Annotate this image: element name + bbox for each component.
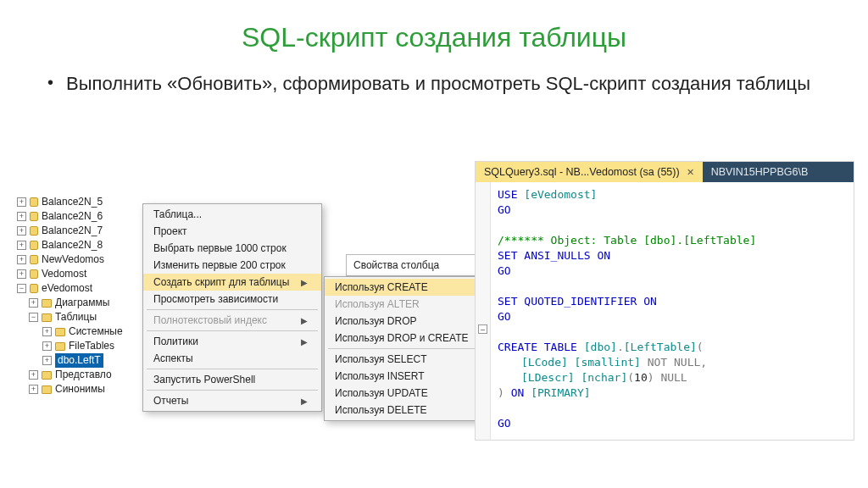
- code-gutter: [476, 182, 491, 440]
- database-icon: [30, 255, 38, 264]
- menu-separator: [147, 369, 318, 369]
- database-icon: [30, 284, 38, 293]
- tree-node-db[interactable]: +Balance2N_6: [15, 209, 125, 224]
- chevron-right-icon: ▶: [301, 278, 308, 287]
- menu-separator: [328, 348, 497, 349]
- tab-inactive[interactable]: NBVIN15HPPBG6\B: [703, 162, 854, 182]
- menu-item-facets[interactable]: Аспекты: [143, 350, 321, 367]
- collapse-icon[interactable]: −: [17, 284, 26, 293]
- tree-node-db[interactable]: +Balance2N_8: [15, 238, 125, 252]
- collapse-icon[interactable]: −: [29, 313, 38, 322]
- menu-item-select-top[interactable]: Выбрать первые 1000 строк: [143, 240, 321, 257]
- sql-editor[interactable]: SQLQuery3.sql - NB...Vedomost (sa (55))✕…: [475, 161, 854, 441]
- menu-separator: [147, 309, 318, 310]
- tree-node-folder[interactable]: +FileTables: [15, 339, 125, 353]
- database-icon: [30, 226, 38, 236]
- tree-node-folder[interactable]: +Системные: [15, 324, 125, 339]
- code-area[interactable]: − USE [eVedomost] GO /****** Object: Tab…: [476, 182, 854, 440]
- database-icon: [30, 197, 38, 207]
- folder-icon: [42, 371, 52, 380]
- expand-icon[interactable]: +: [17, 212, 26, 221]
- menu-item-powershell[interactable]: Запустить PowerShell: [143, 371, 321, 388]
- folder-icon: [55, 328, 65, 336]
- chevron-right-icon: ▶: [301, 316, 308, 325]
- fold-icon[interactable]: −: [478, 324, 487, 334]
- chevron-right-icon: ▶: [301, 337, 308, 347]
- menu-item-new-table[interactable]: Таблица...: [143, 206, 321, 223]
- expand-icon[interactable]: +: [17, 241, 26, 250]
- folder-icon: [42, 299, 52, 308]
- editor-tabs[interactable]: SQLQuery3.sql - NB...Vedomost (sa (55))✕…: [476, 162, 854, 182]
- folder-icon: [55, 342, 65, 351]
- menu-separator: [147, 330, 318, 331]
- chevron-right-icon: ▶: [301, 396, 308, 406]
- tree-node-db[interactable]: +Vedomost: [15, 267, 125, 281]
- database-icon: [30, 212, 38, 221]
- tree-node-folder[interactable]: +Синонимы: [15, 382, 125, 396]
- object-explorer-tree[interactable]: +Balance2N_5 +Balance2N_6 +Balance2N_7 +…: [15, 188, 125, 396]
- expand-icon[interactable]: +: [42, 341, 52, 351]
- expand-icon[interactable]: +: [29, 370, 38, 380]
- expand-icon[interactable]: +: [29, 385, 38, 394]
- tree-node-db-expanded[interactable]: −eVedomost: [15, 281, 125, 296]
- database-icon: [30, 269, 38, 279]
- tree-node-folder-expanded[interactable]: −Таблицы: [15, 310, 125, 324]
- tree-node-db[interactable]: +NewVedomos: [15, 252, 125, 267]
- page-title: SQL-скрипт создания таблицы: [0, 22, 868, 53]
- tree-node-db[interactable]: +Balance2N_7: [15, 224, 125, 238]
- close-icon[interactable]: ✕: [687, 167, 694, 178]
- tree-node-folder[interactable]: +Представло: [15, 368, 125, 382]
- folder-icon: [42, 313, 52, 322]
- menu-item-policies[interactable]: Политики▶: [143, 333, 321, 350]
- menu-item-fulltext[interactable]: Полнотекстовый индекс▶: [143, 312, 321, 329]
- menu-item-view-deps[interactable]: Просмотреть зависимости: [143, 291, 321, 308]
- tree-node-db[interactable]: +Balance2N_5: [15, 195, 125, 209]
- context-menu-table[interactable]: Таблица... Проект Выбрать первые 1000 ст…: [142, 203, 322, 412]
- expand-icon[interactable]: +: [17, 197, 26, 207]
- expand-icon[interactable]: +: [42, 327, 52, 336]
- menu-item-edit-top[interactable]: Изменить первые 200 строк: [143, 257, 321, 274]
- menu-item-script-table[interactable]: Создать скрипт для таблицы▶: [143, 274, 321, 291]
- menu-item-project[interactable]: Проект: [143, 223, 321, 240]
- expand-icon[interactable]: +: [42, 356, 52, 365]
- expand-icon[interactable]: +: [17, 226, 26, 236]
- folder-icon: [42, 385, 52, 394]
- database-icon: [30, 241, 38, 250]
- expand-icon[interactable]: +: [29, 298, 38, 308]
- menu-item-reports[interactable]: Отчеты▶: [143, 392, 321, 409]
- instruction-bullet: Выполнить «Обновить», сформировать и про…: [47, 72, 810, 96]
- expand-icon[interactable]: +: [17, 269, 26, 279]
- tab-active[interactable]: SQLQuery3.sql - NB...Vedomost (sa (55))✕: [476, 162, 703, 182]
- expand-icon[interactable]: +: [17, 255, 26, 264]
- tree-node-table-selected[interactable]: +dbo.LeftT: [15, 353, 125, 368]
- menu-separator: [147, 390, 318, 391]
- tree-node-folder[interactable]: +Диаграммы: [15, 296, 125, 310]
